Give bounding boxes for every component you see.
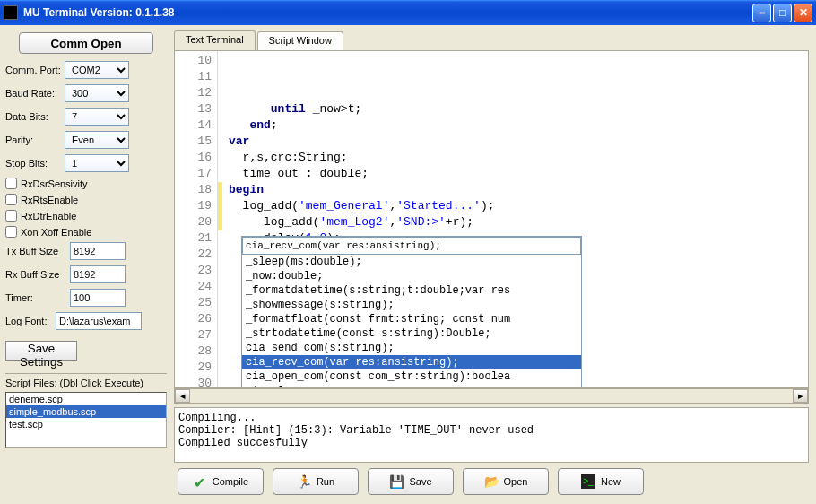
- titlebar: MU Terminal Version: 0.1.1.38 ‒ □ ✕: [0, 0, 816, 25]
- stop-bits-select[interactable]: 1: [65, 154, 129, 172]
- tab-script-window[interactable]: Script Window: [257, 31, 343, 51]
- rxrts-checkbox[interactable]: [5, 194, 17, 205]
- rxrts-label: RxRtsEnable: [21, 195, 78, 205]
- comm-port-select[interactable]: COM2: [65, 61, 129, 79]
- timer-input[interactable]: [70, 289, 126, 307]
- txbuff-label: Tx Buff Size: [5, 246, 70, 256]
- autocomplete-popup[interactable]: _sleep(ms:double);_now:double;_formatdat…: [241, 236, 582, 388]
- close-button[interactable]: ✕: [794, 4, 812, 22]
- parity-select[interactable]: Even: [65, 131, 129, 149]
- line-gutter: 1011121314151617181920212223242526272829…: [175, 51, 218, 387]
- stop-bits-label: Stop Bits:: [5, 158, 65, 169]
- rxdtr-label: RxDtrEnable: [21, 211, 76, 222]
- save-settings-button[interactable]: Save Settings: [5, 341, 77, 361]
- comm-port-label: Comm. Port:: [5, 65, 65, 75]
- autocomplete-item[interactable]: _now:double;: [242, 269, 581, 283]
- autocomplete-list[interactable]: _sleep(ms:double);_now:double;_formatdat…: [242, 255, 581, 388]
- timer-label: Timer:: [5, 292, 70, 303]
- autocomplete-item[interactable]: _formatfloat(const frmt:string; const nu…: [242, 312, 581, 326]
- maximize-button[interactable]: □: [773, 4, 792, 22]
- baud-rate-select[interactable]: 300: [65, 84, 129, 102]
- file-item[interactable]: deneme.scp: [6, 393, 166, 405]
- save-button[interactable]: 💾Save: [368, 468, 454, 495]
- modified-marker: [218, 182, 222, 230]
- check-icon: ✔: [193, 474, 207, 489]
- horizontal-scrollbar[interactable]: ◂ ▸: [174, 388, 809, 404]
- rxbuff-label: Rx Buff Size: [5, 269, 70, 280]
- autocomplete-item[interactable]: cia_open_com(const com_str:string):boole…: [242, 369, 581, 384]
- data-bits-select[interactable]: 7: [65, 108, 129, 126]
- scroll-right-icon[interactable]: ▸: [793, 389, 808, 403]
- data-bits-label: Data Bits:: [5, 111, 65, 122]
- code-editor[interactable]: 1011121314151617181920212223242526272829…: [174, 50, 809, 388]
- baud-rate-label: Baud Rate:: [5, 88, 65, 99]
- autocomplete-item[interactable]: cia_send_com(s:string);: [242, 341, 581, 355]
- rxbuff-input[interactable]: [70, 265, 126, 283]
- left-panel: Comm Open Comm. Port:COM2 Baud Rate:300 …: [0, 25, 172, 504]
- logfont-input[interactable]: [56, 312, 142, 330]
- xonxoff-checkbox[interactable]: [5, 226, 17, 238]
- run-icon: 🏃: [297, 474, 311, 489]
- window-title: MU Terminal Version: 0.1.1.38: [23, 6, 752, 19]
- floppy-icon: 💾: [389, 474, 404, 489]
- file-item[interactable]: simple_modbus.scp: [6, 405, 166, 418]
- autocomplete-item[interactable]: cia_recv_com(var res:ansistring);: [242, 355, 581, 369]
- autocomplete-item[interactable]: _showmessage(s:string);: [242, 298, 581, 312]
- new-button[interactable]: >_New: [558, 468, 644, 495]
- folder-icon: 📂: [484, 474, 499, 489]
- autocomplete-item[interactable]: _sleep(ms:double);: [242, 255, 581, 269]
- scroll-left-icon[interactable]: ◂: [175, 389, 190, 403]
- autocomplete-input[interactable]: [242, 237, 581, 255]
- autocomplete-item[interactable]: _formatdatetime(s:string;t:double;var re…: [242, 283, 581, 298]
- rxdtr-checkbox[interactable]: [5, 210, 17, 222]
- autocomplete-item[interactable]: cia_close_com;: [242, 384, 581, 388]
- minimize-button[interactable]: ‒: [752, 4, 771, 22]
- rxdssr-label: RxDsrSensivity: [21, 178, 88, 189]
- tab-text-terminal[interactable]: Text Terminal: [174, 30, 256, 50]
- logfont-label: Log Font:: [5, 316, 56, 326]
- open-button[interactable]: 📂Open: [463, 468, 549, 495]
- compile-button[interactable]: ✔Compile: [178, 468, 264, 495]
- txbuff-input[interactable]: [70, 242, 126, 260]
- xonxoff-label: Xon Xoff Enable: [21, 227, 91, 238]
- terminal-icon: >_: [581, 474, 595, 489]
- comm-open-button[interactable]: Comm Open: [19, 32, 153, 54]
- script-files-label: Script Files: (Dbl Click Execute): [5, 373, 167, 388]
- script-file-list[interactable]: deneme.scpsimple_modbus.scptest.scp: [5, 392, 167, 448]
- parity-label: Parity:: [5, 135, 65, 145]
- rxdssr-checkbox[interactable]: [5, 178, 17, 189]
- compiler-output[interactable]: Compiling... Compiler: [Hint] (15:3): Va…: [174, 407, 809, 463]
- file-item[interactable]: test.scp: [6, 418, 166, 430]
- run-button[interactable]: 🏃Run: [273, 468, 359, 495]
- autocomplete-item[interactable]: _strtodatetime(const s:string):Double;: [242, 326, 581, 341]
- app-icon: [4, 5, 18, 20]
